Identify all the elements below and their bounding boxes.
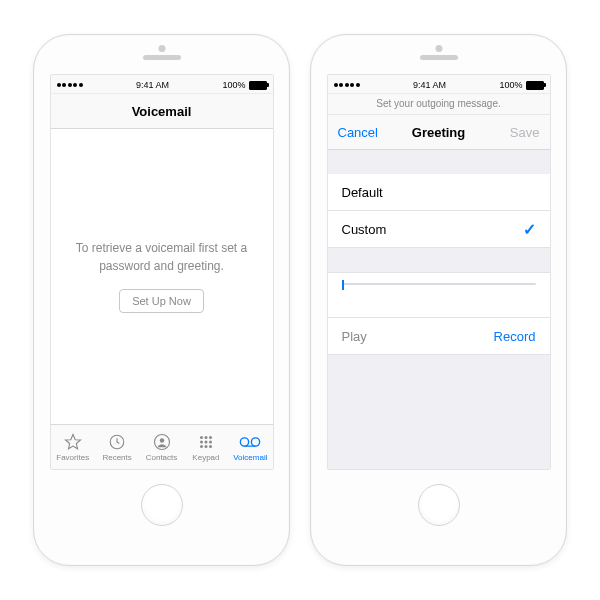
- cancel-button[interactable]: Cancel: [328, 115, 388, 149]
- status-time: 9:41 AM: [360, 80, 500, 90]
- nav-help-text: Set your outgoing message.: [328, 94, 550, 115]
- signal-indicator: [57, 83, 83, 87]
- tab-label: Contacts: [146, 453, 178, 462]
- tab-recents[interactable]: Recents: [95, 425, 139, 469]
- tab-label: Recents: [102, 453, 131, 462]
- tab-bar: Favorites Recents Contacts: [51, 424, 273, 469]
- save-button[interactable]: Save: [500, 115, 550, 149]
- option-label: Default: [342, 185, 383, 200]
- signal-indicator: [334, 83, 360, 87]
- voicemail-empty-state: To retrieve a voicemail first set a pass…: [51, 129, 273, 424]
- nav-title: Greeting: [412, 125, 465, 140]
- option-label: Custom: [342, 222, 387, 237]
- battery-pct: 100%: [499, 80, 522, 90]
- tab-favorites[interactable]: Favorites: [51, 425, 95, 469]
- nav-bar: Voicemail: [51, 94, 273, 129]
- phone-camera: [158, 45, 165, 52]
- battery-pct: 100%: [222, 80, 245, 90]
- status-bar: 9:41 AM 100%: [51, 75, 273, 94]
- svg-point-7: [200, 440, 203, 443]
- tab-keypad[interactable]: Keypad: [184, 425, 228, 469]
- tab-label: Voicemail: [233, 453, 267, 462]
- svg-point-12: [209, 445, 212, 448]
- svg-point-11: [204, 445, 207, 448]
- phone-camera: [435, 45, 442, 52]
- record-button[interactable]: Record: [494, 329, 536, 344]
- clock-icon: [108, 433, 126, 451]
- tab-voicemail[interactable]: Voicemail: [228, 425, 272, 469]
- phone-greeting: 9:41 AM 100% Set your outgoing message. …: [310, 34, 567, 566]
- phone-voicemail-setup: 9:41 AM 100% Voicemail To retrieve a voi…: [33, 34, 290, 566]
- greeting-option-custom[interactable]: Custom ✓: [328, 211, 550, 248]
- setup-now-button[interactable]: Set Up Now: [119, 289, 204, 313]
- status-right: 100%: [222, 80, 266, 90]
- empty-message: To retrieve a voicemail first set a pass…: [75, 240, 249, 275]
- battery-icon: [526, 81, 544, 90]
- progress-track: [342, 283, 536, 285]
- nav-title: Voicemail: [132, 104, 192, 119]
- svg-point-8: [204, 440, 207, 443]
- phone-earpiece: [143, 55, 181, 60]
- tab-label: Favorites: [56, 453, 89, 462]
- greeting-option-default[interactable]: Default: [328, 174, 550, 211]
- tab-contacts[interactable]: Contacts: [139, 425, 183, 469]
- screen: 9:41 AM 100% Set your outgoing message. …: [327, 74, 551, 470]
- star-icon: [64, 433, 82, 451]
- status-bar: 9:41 AM 100%: [328, 75, 550, 94]
- phone-earpiece: [420, 55, 458, 60]
- svg-point-13: [241, 437, 249, 445]
- progress-cursor: [342, 280, 344, 290]
- svg-point-5: [204, 436, 207, 439]
- home-button[interactable]: [141, 484, 183, 526]
- svg-point-10: [200, 445, 203, 448]
- screen: 9:41 AM 100% Voicemail To retrieve a voi…: [50, 74, 274, 470]
- svg-point-6: [209, 436, 212, 439]
- contact-icon: [153, 433, 171, 451]
- tab-label: Keypad: [192, 453, 219, 462]
- keypad-icon: [197, 433, 215, 451]
- recording-progress[interactable]: [328, 272, 550, 318]
- voicemail-icon: [239, 433, 261, 451]
- svg-point-4: [200, 436, 203, 439]
- svg-point-9: [209, 440, 212, 443]
- svg-marker-0: [65, 434, 80, 448]
- svg-point-14: [252, 437, 260, 445]
- svg-point-3: [159, 438, 164, 443]
- play-button[interactable]: Play: [342, 329, 367, 344]
- status-time: 9:41 AM: [83, 80, 223, 90]
- checkmark-icon: ✓: [523, 220, 536, 239]
- battery-icon: [249, 81, 267, 90]
- home-button[interactable]: [418, 484, 460, 526]
- nav-bar: Cancel Greeting Save: [328, 115, 550, 150]
- status-right: 100%: [499, 80, 543, 90]
